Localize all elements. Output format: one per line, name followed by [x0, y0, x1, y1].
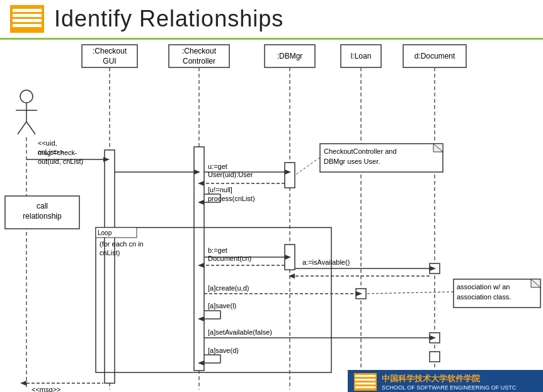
footer-en-text: SCHOOL OF SOFTWARE ENGINEERING OF USTC — [382, 384, 516, 391]
svg-marker-65 — [285, 255, 291, 260]
svg-text:msg:=check-: msg:=check- — [38, 149, 77, 156]
svg-text:call: call — [37, 202, 48, 210]
svg-rect-30 — [5, 196, 79, 229]
svg-text:out(uid, cnList): out(uid, cnList) — [38, 158, 83, 165]
svg-text:GUI: GUI — [103, 57, 116, 66]
svg-text:DBMgr uses User.: DBMgr uses User. — [324, 158, 380, 165]
svg-marker-42 — [103, 157, 110, 162]
svg-marker-89 — [198, 360, 204, 366]
svg-rect-3 — [13, 19, 42, 22]
svg-rect-1 — [13, 9, 42, 12]
svg-rect-37 — [430, 263, 440, 274]
svg-rect-60 — [96, 228, 137, 238]
svg-text:b:=get: b:=get — [208, 246, 227, 254]
svg-text::Checkout: :Checkout — [182, 47, 217, 55]
svg-line-100 — [531, 279, 540, 287]
svg-rect-4 — [13, 24, 42, 27]
svg-rect-107 — [355, 383, 375, 384]
page-title: Identify Relationships — [54, 6, 283, 32]
svg-rect-36 — [285, 245, 295, 270]
svg-marker-71 — [430, 266, 436, 271]
svg-text:User(uid):User: User(uid):User — [208, 171, 253, 178]
header: Identify Relationships — [0, 0, 543, 40]
svg-text:Loop: Loop — [98, 229, 112, 236]
svg-text:<<msg>>: <<msg>> — [31, 386, 60, 392]
svg-marker-48 — [285, 170, 291, 175]
svg-text:Controller: Controller — [183, 57, 215, 66]
svg-rect-34 — [105, 150, 115, 383]
footer-text-container: 中国科学技术大学软件学院 SCHOOL OF SOFTWARE ENGINEER… — [382, 373, 516, 391]
svg-text:[a]setAvailable(false): [a]setAvailable(false) — [208, 328, 272, 336]
svg-rect-106 — [355, 379, 375, 381]
svg-marker-69 — [198, 263, 204, 268]
svg-text:d:Document: d:Document — [414, 52, 455, 61]
svg-text:[u!=null]: [u!=null] — [208, 186, 232, 193]
svg-text:association w/ an: association w/ an — [457, 283, 510, 291]
svg-line-25 — [18, 122, 26, 134]
svg-marker-52 — [198, 181, 204, 186]
svg-rect-33 — [194, 147, 204, 371]
svg-text:relationship: relationship — [23, 212, 62, 221]
svg-rect-35 — [285, 163, 295, 188]
svg-rect-2 — [13, 14, 42, 17]
svg-text:[a]save(d): [a]save(d) — [208, 347, 239, 354]
svg-text:cnList): cnList) — [100, 249, 120, 257]
svg-line-26 — [26, 122, 35, 134]
svg-rect-105 — [355, 375, 375, 377]
svg-text:<<uid,: <<uid, — [38, 139, 57, 147]
svg-text:Document(cn): Document(cn) — [208, 255, 251, 262]
svg-marker-92 — [20, 381, 26, 386]
svg-text:[a]create(u,d): [a]create(u,d) — [208, 284, 249, 292]
svg-marker-46 — [194, 170, 200, 175]
svg-rect-40 — [430, 352, 440, 362]
svg-text:cnList>>: cnList>> — [38, 148, 64, 156]
svg-text:(for each cn in: (for each cn in — [100, 240, 144, 248]
svg-rect-94 — [320, 144, 443, 172]
svg-rect-59 — [96, 228, 331, 372]
svg-text:u:=get: u:=get — [208, 163, 227, 170]
svg-rect-15 — [403, 45, 466, 67]
svg-marker-56 — [198, 200, 204, 205]
svg-text::Checkout: :Checkout — [93, 47, 127, 55]
svg-rect-5 — [82, 45, 137, 67]
svg-marker-74 — [289, 274, 295, 279]
svg-line-103 — [366, 292, 454, 294]
footer-cn-text: 中国科学技术大学软件学院 — [382, 373, 516, 384]
svg-text:[a]save(l): [a]save(l) — [208, 302, 236, 309]
svg-text:CheckoutController and: CheckoutController and — [324, 147, 397, 155]
svg-point-22 — [20, 90, 33, 103]
svg-text:process(cnList): process(cnList) — [208, 195, 255, 202]
diagram-svg: :Checkout GUI :Checkout Controller :DBMg… — [0, 40, 543, 392]
footer-logo-icon — [354, 373, 377, 391]
diagram-area: :Checkout GUI :Checkout Controller :DBMg… — [0, 40, 543, 392]
svg-text::DBMgr: :DBMgr — [277, 52, 303, 61]
svg-text:association class.: association class. — [457, 293, 511, 301]
svg-rect-11 — [265, 45, 315, 67]
svg-rect-38 — [356, 289, 366, 299]
svg-rect-13 — [341, 45, 381, 67]
svg-rect-108 — [355, 386, 375, 388]
footer: 中国科学技术大学软件学院 SCHOOL OF SOFTWARE ENGINEER… — [348, 370, 543, 392]
svg-line-98 — [295, 158, 320, 175]
svg-rect-99 — [454, 279, 540, 308]
svg-line-95 — [433, 144, 443, 152]
svg-rect-8 — [169, 45, 229, 67]
svg-marker-81 — [198, 316, 204, 321]
svg-rect-39 — [430, 333, 440, 343]
svg-marker-84 — [430, 335, 436, 340]
svg-marker-76 — [356, 291, 362, 296]
svg-text:a:=isAvailable(): a:=isAvailable() — [302, 258, 350, 266]
ustc-logo-icon — [10, 5, 44, 33]
svg-text:l:Loan: l:Loan — [351, 52, 372, 61]
